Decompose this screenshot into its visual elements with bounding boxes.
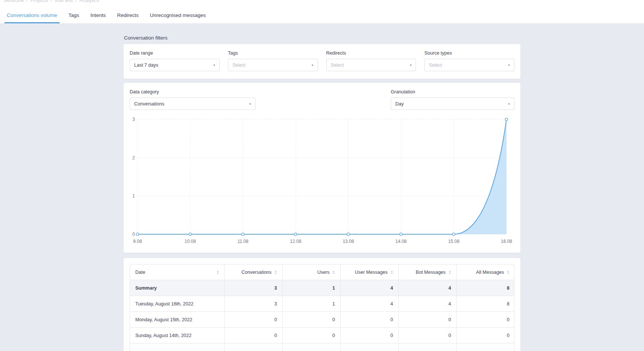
breadcrumb-item-flow-test[interactable]: flow test [55, 0, 73, 3]
chevron-down-icon: ▾ [508, 102, 510, 106]
svg-text:15.08: 15.08 [448, 239, 459, 244]
cell-value: 4 [341, 296, 399, 311]
tab-bar: Conversations volumeTagsIntentsRedirects… [0, 7, 644, 24]
cell-value: 0 [399, 312, 457, 327]
filter-field-tags: TagsSelect▾ [228, 50, 318, 71]
column-header-label: Date [135, 270, 145, 275]
column-header-date[interactable]: Date▲▼ [130, 264, 225, 280]
svg-text:2: 2 [132, 155, 135, 160]
cell-value: 4 [341, 280, 399, 296]
data-category-field: Data category Conversations ▾ [130, 89, 255, 110]
granulation-select[interactable]: Day ▾ [391, 98, 514, 110]
svg-text:16.08: 16.08 [501, 239, 512, 244]
chevron-down-icon: ▾ [213, 63, 215, 67]
cell-value: 0 [341, 328, 399, 343]
cell-date: Tuesday, August 16th, 2022 [130, 296, 225, 311]
column-header-label: All Messages [476, 270, 504, 275]
sort-icon[interactable]: ▲▼ [275, 270, 277, 274]
cell-value: 8 [457, 296, 514, 311]
svg-text:0: 0 [132, 232, 135, 237]
sort-icon[interactable]: ▲▼ [333, 270, 335, 274]
column-header-user-messages[interactable]: User Messages▲▼ [341, 264, 399, 280]
conversations-volume-chart: 01239.0810.0811.0812.0813.0814.0815.0816… [130, 117, 514, 247]
chevron-down-icon: ▾ [410, 63, 412, 67]
chevron-down-icon: ▾ [249, 102, 251, 106]
conversation-filters-heading: Conversation filters [124, 35, 520, 41]
breadcrumb-separator: / [75, 0, 77, 3]
svg-text:3: 3 [132, 117, 135, 122]
select-value: Last 7 days [134, 63, 158, 68]
select-value: Select [233, 63, 246, 68]
breadcrumb: SentiOne/Projects/flow test/Analytics [0, 0, 644, 7]
cell-value: 3 [225, 280, 283, 296]
data-category-label: Data category [130, 89, 255, 95]
cell-empty [399, 343, 457, 351]
cell-value: 0 [225, 312, 283, 327]
top-bar: SentiOne/Projects/flow test/Analytics Co… [0, 0, 644, 24]
cell-value: 0 [283, 312, 341, 327]
chart-controls: Data category Conversations ▾ Granulatio… [130, 89, 514, 110]
tab-intents[interactable]: Intents [85, 7, 112, 23]
cell-value: 3 [225, 296, 283, 311]
tab-tags[interactable]: Tags [63, 7, 85, 23]
filter-fields: Date rangeLast 7 days▾TagsSelect▾Redirec… [130, 50, 514, 71]
table-header-row: Date▲▼Conversations▲▼Users▲▼User Message… [130, 264, 514, 280]
cell-value: 0 [399, 328, 457, 343]
svg-text:14.08: 14.08 [395, 239, 407, 244]
chevron-down-icon: ▾ [508, 63, 510, 67]
svg-text:13.08: 13.08 [343, 239, 354, 244]
breadcrumb-item-projects[interactable]: Projects [31, 0, 48, 3]
cell-empty [283, 343, 341, 351]
breadcrumb-item-sentione[interactable]: SentiOne [3, 0, 24, 3]
sort-icon[interactable]: ▲▼ [391, 270, 393, 274]
granulation-label: Granulation [391, 89, 514, 95]
area-chart-svg: 01239.0810.0811.0812.0813.0814.0815.0816… [130, 117, 514, 246]
filter-field-source-types: Source typesSelect▾ [424, 50, 514, 71]
sort-icon[interactable]: ▲▼ [449, 270, 451, 274]
tab-unrecognised-messages[interactable]: Unrecognised messages [144, 7, 212, 23]
filter-label-source-types: Source types [424, 50, 514, 56]
filter-select-source-types[interactable]: Select▾ [424, 59, 514, 71]
data-category-select[interactable]: Conversations ▾ [130, 98, 255, 110]
chevron-down-icon: ▾ [312, 63, 314, 67]
tab-conversations-volume[interactable]: Conversations volume [1, 7, 63, 23]
filter-label-redirects: Redirects [326, 50, 416, 56]
breadcrumb-item-analytics[interactable]: Analytics [80, 0, 99, 3]
filter-select-redirects[interactable]: Select▾ [326, 59, 416, 71]
page-content: Conversation filters Date rangeLast 7 da… [0, 24, 644, 351]
table-row: Monday, August 15th, 202200000 [130, 311, 514, 327]
svg-text:1: 1 [132, 193, 135, 198]
column-header-all-messages[interactable]: All Messages▲▼ [457, 264, 514, 280]
cell-value: 1 [283, 280, 341, 296]
tab-redirects[interactable]: Redirects [112, 7, 144, 23]
cell-empty [457, 343, 514, 351]
column-header-conversations[interactable]: Conversations▲▼ [225, 264, 283, 280]
cell-date: Monday, August 15th, 2022 [130, 312, 225, 327]
data-category-value: Conversations [134, 101, 164, 107]
cell-empty [225, 343, 283, 351]
cell-empty [341, 343, 399, 351]
select-value: Select [429, 63, 442, 68]
cell-value: 0 [457, 312, 514, 327]
granulation-field: Granulation Day ▾ [391, 89, 514, 110]
column-header-label: User Messages [355, 270, 388, 275]
cell-value: 0 [341, 312, 399, 327]
select-value: Select [331, 63, 344, 68]
sort-icon[interactable]: ▲▼ [507, 270, 509, 274]
cell-date: Summary [130, 280, 225, 296]
column-header-users[interactable]: Users▲▼ [283, 264, 341, 280]
cell-value: 1 [283, 296, 341, 311]
chart-card: Data category Conversations ▾ Granulatio… [124, 83, 520, 253]
table-row: Summary31448 [130, 280, 514, 296]
cell-value: 0 [225, 328, 283, 343]
filter-field-date-range: Date rangeLast 7 days▾ [130, 50, 220, 71]
table-row: Tuesday, August 16th, 202231448 [130, 296, 514, 311]
column-header-bot-messages[interactable]: Bot Messages▲▼ [399, 264, 457, 280]
filter-select-date-range[interactable]: Last 7 days▾ [130, 59, 220, 71]
cell-value: 8 [457, 280, 514, 296]
cell-value: 4 [399, 296, 457, 311]
sort-icon[interactable]: ▲▼ [217, 270, 219, 274]
svg-text:12.08: 12.08 [290, 239, 301, 244]
table-body: Summary31448Tuesday, August 16th, 202231… [130, 280, 514, 351]
filter-select-tags[interactable]: Select▾ [228, 59, 318, 71]
